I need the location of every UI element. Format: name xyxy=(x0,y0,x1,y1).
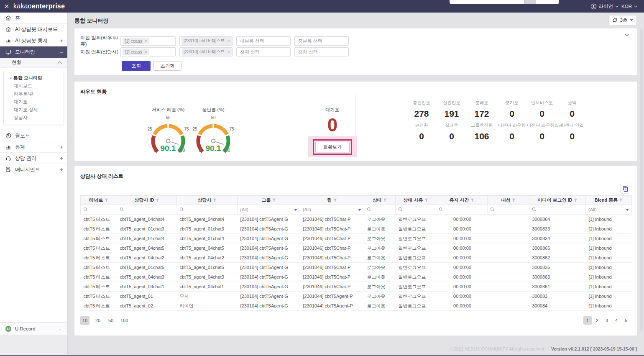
filter-funnel-icon[interactable] xyxy=(272,198,276,202)
filter-funnel-icon[interactable] xyxy=(213,198,217,202)
remove-tag-icon[interactable]: × xyxy=(227,39,230,44)
route-stat: 총인입호278 xyxy=(406,100,437,123)
column-filter-search[interactable] xyxy=(117,205,177,215)
column-header[interactable]: 상담사 xyxy=(177,196,238,205)
column-filter-search[interactable] xyxy=(177,205,238,215)
table-row[interactable]: cbtT5 테스트cbtT5_agent_04chat1cbtT5_agent_… xyxy=(81,282,632,292)
reset-button[interactable]: 초기화 xyxy=(153,61,181,71)
filter-funnel-icon[interactable] xyxy=(105,198,108,202)
column-filter-select[interactable]: (All) xyxy=(300,205,364,215)
table-row[interactable]: cbtT5 테스트cbtT5_agent_01무지[230104] cbtT5A… xyxy=(81,292,632,301)
page-size-option[interactable]: 20 xyxy=(93,316,102,325)
view-status-button[interactable]: 현황보기 xyxy=(315,142,350,152)
column-filter-search[interactable] xyxy=(436,205,488,215)
collapse-panel-icon[interactable] xyxy=(624,33,629,36)
column-filter-search[interactable] xyxy=(364,205,396,215)
column-header[interactable]: Blend 종류 xyxy=(586,196,632,205)
page-size-option[interactable]: 50 xyxy=(106,316,115,325)
page-number[interactable]: 1 xyxy=(583,316,592,325)
remove-tag-icon[interactable]: × xyxy=(145,50,147,54)
search-button[interactable]: 조회 xyxy=(122,61,151,71)
page-number[interactable]: 4 xyxy=(612,316,621,325)
sidebar-subitem[interactable]: 라우트/큐 xyxy=(4,90,64,98)
category-select[interactable]: 중분류 선택 xyxy=(294,36,349,46)
column-filter-select[interactable]: (All) xyxy=(586,205,632,215)
filter-funnel-icon[interactable] xyxy=(156,198,159,202)
filter-funnel-icon[interactable] xyxy=(512,198,516,202)
filter-funnel-icon[interactable] xyxy=(424,198,428,202)
column-header[interactable]: 팀 xyxy=(300,196,364,205)
agent-status-panel: 상담사 상태 리스트 테넌트상담사 ID상담사그룹팀상태상태 사유유지 시간내선… xyxy=(74,166,637,336)
table-row[interactable]: cbtT5 테스트cbtT5_agent_04chat4cbtT5_agent_… xyxy=(81,215,632,224)
table-row[interactable]: cbtT5 테스트cbtT5_agent_02라이언[230104] cbtT5… xyxy=(81,301,632,311)
sidebar-item-u-record[interactable]: U U Record → xyxy=(0,322,67,335)
sidebar-item-monitoring[interactable]: 모니터링− xyxy=(0,46,67,58)
page-number[interactable]: 5 xyxy=(622,316,630,325)
column-header[interactable]: 유지 시간 xyxy=(436,196,488,205)
sidebar-item-wallboard[interactable]: 월보드 xyxy=(0,130,67,141)
sidebar-subitem[interactable]: 대시보드 xyxy=(4,82,64,90)
column-header[interactable]: 상태 사유 xyxy=(396,196,436,205)
filter-funnel-icon[interactable] xyxy=(574,198,578,202)
column-filter-select[interactable]: (All) xyxy=(238,205,300,215)
table-row[interactable]: cbtT5 테스트cbtT5_agent_04chat3cbtT5_agent_… xyxy=(81,272,632,282)
close-icon[interactable] xyxy=(0,4,13,8)
filter-funnel-icon[interactable] xyxy=(383,198,387,202)
sidebar-item-home[interactable]: 홈 xyxy=(0,13,67,24)
table-cell: [1] Inbound xyxy=(586,243,632,253)
refresh-interval-button[interactable]: 3초 xyxy=(608,15,637,25)
collapse-minus-icon: − xyxy=(60,49,63,55)
svg-text:0: 0 xyxy=(199,148,201,153)
column-header[interactable]: 그룹 xyxy=(238,196,300,205)
resource-scope-input[interactable]: [23010] cbtT5 테스트× xyxy=(179,36,233,46)
language-selector[interactable]: KOR xyxy=(621,4,637,9)
table-row[interactable]: cbtT5 테스트cbtT5_agent_04chat2cbtT5_agent_… xyxy=(81,253,632,263)
column-filter-search[interactable] xyxy=(529,205,586,215)
page-size-option[interactable]: 100 xyxy=(119,316,129,325)
table-row[interactable]: cbtT5 테스트cbtT5_agent_01chat4cbtT5_agent_… xyxy=(81,234,632,243)
sidebar-item-stats[interactable]: 통계+ xyxy=(0,141,67,153)
user-menu[interactable]: 라이언 xyxy=(590,3,619,10)
resource-scope-input[interactable]: [1] ccaas× xyxy=(120,47,176,56)
resource-scope-input[interactable]: [1] ccaas× xyxy=(120,36,176,46)
svg-text:U: U xyxy=(7,327,10,331)
sidebar-item-ai-chatbot-dashboard[interactable]: AI 상담봇 대시보드 xyxy=(0,24,67,35)
sidebar-subitem[interactable]: 대기호 xyxy=(4,98,64,106)
page-size-option[interactable]: 10 xyxy=(80,316,89,325)
table-row[interactable]: cbtT5 테스트cbtT5_agent_01chat5cbtT5_agent_… xyxy=(81,263,632,272)
sidebar-subitem[interactable]: 상담사 xyxy=(4,114,64,122)
stat-value: 0 xyxy=(557,130,587,143)
sidebar-item-management[interactable]: 매니지먼트+ xyxy=(0,164,67,175)
main-content: 통합 모니터링 3초 자원 범위(라우트/큐)[1] ccaas×[23010]… xyxy=(68,13,644,356)
column-header[interactable]: 테넌트 xyxy=(81,196,117,205)
table-row[interactable]: cbtT5 테스트cbtT5_agent_04chat5cbtT5_agent_… xyxy=(81,243,632,253)
sidebar-item-consult-mgmt[interactable]: 상담 관리+ xyxy=(0,153,67,164)
page-number[interactable]: 2 xyxy=(593,316,601,325)
category-select[interactable]: 전체 선택 xyxy=(294,47,349,56)
filter-funnel-icon[interactable] xyxy=(619,198,623,202)
scrollbar[interactable] xyxy=(640,29,643,330)
column-header[interactable]: 내선 xyxy=(488,196,529,205)
category-select[interactable]: 전체 선택 xyxy=(236,47,291,56)
table-row[interactable]: cbtT5 테스트cbtT5_agent_01chat3cbtT5_agent_… xyxy=(81,224,632,234)
column-header[interactable]: 미디어 로그인 ID xyxy=(529,196,586,205)
column-filter-search[interactable] xyxy=(81,205,117,215)
page-number[interactable]: 3 xyxy=(603,316,611,325)
filter-row-label: 자원 범위(라우트/큐) xyxy=(80,35,120,47)
sidebar-section-status[interactable]: 현황 xyxy=(0,58,67,68)
remove-tag-icon[interactable]: × xyxy=(227,50,230,54)
sidebar-item-ai-chatbot-stats[interactable]: AI 상담봇 통계+ xyxy=(0,35,67,46)
sidebar-subitem[interactable]: ▪통합 모니터링 xyxy=(4,74,64,82)
sidebar-subitem[interactable]: 대기호 상세 xyxy=(4,106,64,114)
filter-funnel-icon[interactable] xyxy=(333,198,337,202)
category-select[interactable]: 대분류 선택 xyxy=(236,36,291,46)
column-filter-search[interactable] xyxy=(488,205,529,215)
sidebar-submenu: ▪통합 모니터링대시보드라우트/큐대기호대기호 상세상담사 xyxy=(3,71,64,125)
column-filter-search[interactable] xyxy=(396,205,436,215)
resource-scope-input[interactable]: [23010] cbtT5 테스트× xyxy=(179,47,233,56)
filter-funnel-icon[interactable] xyxy=(470,198,474,202)
copy-button[interactable] xyxy=(620,184,630,194)
remove-tag-icon[interactable]: × xyxy=(145,39,147,44)
column-header[interactable]: 상담사 ID xyxy=(117,196,177,205)
column-header[interactable]: 상태 xyxy=(364,196,396,205)
